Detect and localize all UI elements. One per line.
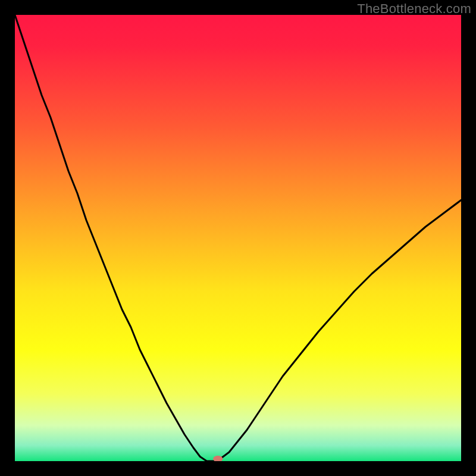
chart-frame: TheBottleneck.com bbox=[0, 0, 476, 476]
bottleneck-chart bbox=[15, 15, 461, 461]
gradient-background bbox=[15, 15, 461, 461]
